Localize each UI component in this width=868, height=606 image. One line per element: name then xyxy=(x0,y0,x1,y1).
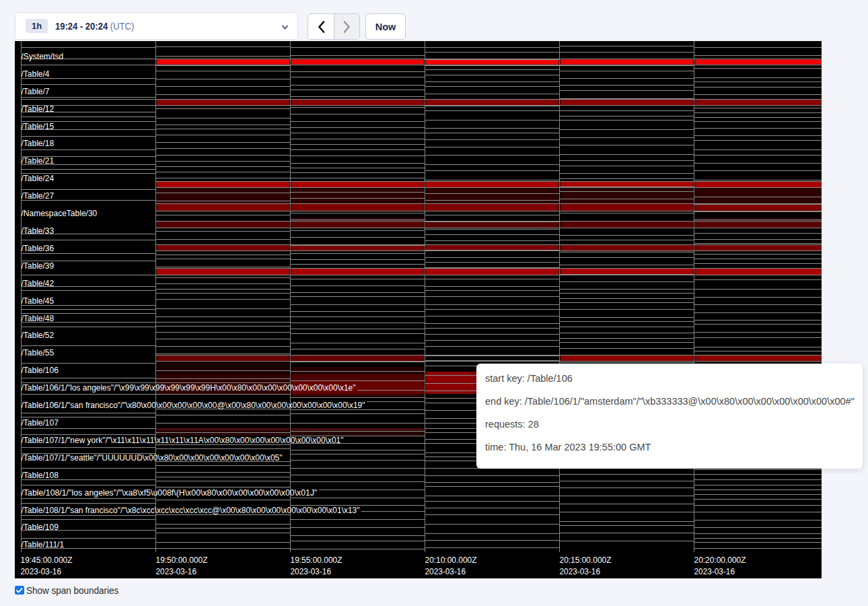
svg-text:/Table/48: /Table/48 xyxy=(22,314,55,323)
svg-text:/Table/55: /Table/55 xyxy=(22,348,55,358)
svg-text:/Table/109: /Table/109 xyxy=(22,523,59,532)
svg-text:/Table/108/1/"san francisco"/": /Table/108/1/"san francisco"/"\x8c\xcc\x… xyxy=(22,506,360,515)
svg-text:/Table/39: /Table/39 xyxy=(22,261,55,271)
svg-text:/Table/42: /Table/42 xyxy=(22,279,55,288)
svg-text:/Table/52: /Table/52 xyxy=(22,331,55,340)
svg-text:/System/tsd: /System/tsd xyxy=(22,52,64,61)
svg-text:/Table/106/1/"los angeles"/"\x: /Table/106/1/"los angeles"/"\x99\x99\x99… xyxy=(22,383,356,393)
svg-text:/Table/45: /Table/45 xyxy=(22,296,55,306)
svg-text:/Table/36: /Table/36 xyxy=(22,244,55,253)
svg-text:20:10:00.000Z: 20:10:00.000Z xyxy=(425,556,477,565)
svg-text:/Table/107: /Table/107 xyxy=(22,418,59,428)
svg-text:2023-03-16: 2023-03-16 xyxy=(291,567,332,576)
svg-text:/Table/107/1/"seattle"/"UUUUUU: /Table/107/1/"seattle"/"UUUUUUD\x00\x80\… xyxy=(22,453,283,463)
svg-text:/Table/33: /Table/33 xyxy=(22,226,55,236)
svg-text:/Table/111/1: /Table/111/1 xyxy=(22,540,65,549)
svg-text:/Table/12: /Table/12 xyxy=(22,104,55,114)
svg-text:/Table/108/1/"los angeles"/"\x: /Table/108/1/"los angeles"/"\xa8\xf5\u00… xyxy=(22,488,318,498)
svg-text:/Table/108: /Table/108 xyxy=(22,471,59,480)
svg-text:19:50:00.000Z: 19:50:00.000Z xyxy=(156,556,208,565)
svg-text:/Table/15: /Table/15 xyxy=(22,122,55,131)
svg-text:20:20:00.000Z: 20:20:00.000Z xyxy=(694,556,746,565)
svg-text:/Table/21: /Table/21 xyxy=(22,156,55,166)
svg-text:/NamespaceTable/30: /NamespaceTable/30 xyxy=(22,209,98,218)
svg-text:19:45:00.000Z: 19:45:00.000Z xyxy=(21,556,73,565)
svg-text:2023-03-16: 2023-03-16 xyxy=(425,567,466,576)
svg-text:/Table/18: /Table/18 xyxy=(22,139,55,148)
svg-text:20:15:00.000Z: 20:15:00.000Z xyxy=(560,556,612,565)
svg-text:/Table/4: /Table/4 xyxy=(22,69,50,79)
svg-text:2023-03-16: 2023-03-16 xyxy=(156,567,197,576)
svg-text:/Table/106/1/"san francisco"/": /Table/106/1/"san francisco"/"\x80\x00\x… xyxy=(22,401,365,410)
svg-text:2023-03-16: 2023-03-16 xyxy=(694,567,735,576)
svg-text:2023-03-16: 2023-03-16 xyxy=(560,567,601,576)
svg-text:/Table/7: /Table/7 xyxy=(22,87,50,96)
svg-text:/Table/27: /Table/27 xyxy=(22,191,55,201)
svg-text:2023-03-16: 2023-03-16 xyxy=(21,567,62,576)
svg-text:/Table/24: /Table/24 xyxy=(22,174,55,183)
svg-text:19:55:00.000Z: 19:55:00.000Z xyxy=(291,556,342,565)
svg-text:/Table/106: /Table/106 xyxy=(22,366,59,375)
svg-text:/Table/107/1/"new york"/"\x11\: /Table/107/1/"new york"/"\x11\x11\x11\x1… xyxy=(22,436,344,445)
